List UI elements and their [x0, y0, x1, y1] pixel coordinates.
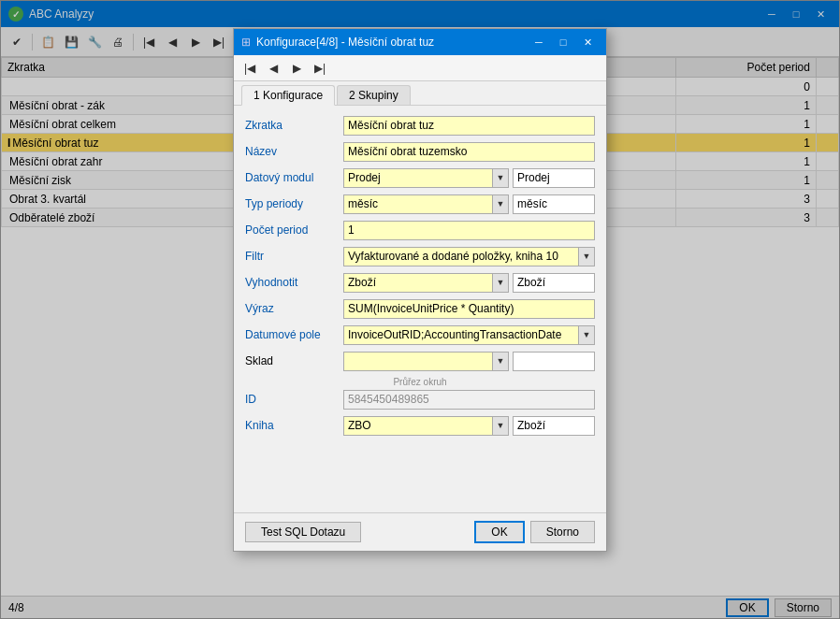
form-row-id: ID [245, 389, 595, 410]
input-kniha[interactable] [343, 416, 492, 436]
input-typ-periody[interactable] [343, 194, 492, 214]
modal-ok-button[interactable]: OK [474, 521, 524, 543]
input-datovy-modul[interactable] [343, 168, 492, 188]
field-sklad: ▼ [343, 352, 595, 371]
form-row-pocet-period: Počet period [245, 220, 595, 240]
modal-cancel-button[interactable]: Storno [530, 521, 595, 543]
modal-title: Konfigurace[4/8] - Měsíční obrat tuz [256, 36, 434, 49]
field-vyhodnotit: ▼ [343, 273, 595, 293]
form-row-nazev: Název [245, 141, 595, 162]
label-pocet-period: Počet period [245, 223, 343, 237]
label-id: ID [245, 393, 343, 406]
modal-dialog: ⊞ Konfigurace[4/8] - Měsíční obrat tuz ─… [233, 28, 607, 552]
label-nazev: Název [245, 145, 343, 158]
modal-toolbar: |◀ ◀ ▶ ▶| [234, 55, 606, 81]
field-kniha: ▼ [343, 416, 595, 436]
dropdown-kniha[interactable]: ▼ [492, 416, 509, 436]
form-row-kniha: Kniha ▼ [245, 415, 595, 436]
test-sql-button[interactable]: Test SQL Dotazu [245, 522, 361, 542]
input-datovy-modul-2[interactable] [513, 168, 595, 188]
field-id [343, 390, 595, 410]
input-kniha-2[interactable] [513, 416, 595, 436]
field-filtr: ▼ [343, 247, 595, 266]
label-datovy-modul: Datový modul [245, 171, 343, 184]
dropdown-datovy-modul[interactable]: ▼ [492, 168, 509, 188]
form-row-sklad: Sklad ▼ [245, 351, 595, 371]
modal-next-button[interactable]: ▶ [286, 58, 307, 79]
modal-overlay: ⊞ Konfigurace[4/8] - Měsíční obrat tuz ─… [0, 0, 840, 619]
label-datumove-pole: Datumové pole [245, 328, 343, 341]
input-vyraz[interactable] [343, 299, 595, 319]
label-filtr: Filtr [245, 250, 343, 263]
label-vyraz: Výraz [245, 302, 343, 315]
modal-first-button[interactable]: |◀ [239, 58, 260, 79]
modal-titlebar-controls: ─ □ ✕ [528, 33, 599, 51]
label-kniha: Kniha [245, 419, 343, 432]
separator-hint: Průřez okruh [245, 377, 595, 387]
form-row-zkratka: Zkratka [245, 115, 595, 136]
label-typ-periody: Typ periody [245, 197, 343, 210]
form-row-vyhodnotit: Vyhodnotit ▼ [245, 272, 595, 293]
field-zkratka [343, 116, 595, 136]
modal-maximize-button[interactable]: □ [552, 33, 574, 51]
field-typ-periody: ▼ [343, 194, 595, 214]
form-row-vyraz: Výraz [245, 298, 595, 319]
modal-titlebar-left: ⊞ Konfigurace[4/8] - Měsíční obrat tuz [241, 36, 434, 49]
input-sklad[interactable] [343, 352, 492, 371]
dropdown-vyhodnotit[interactable]: ▼ [492, 273, 509, 293]
modal-footer: Test SQL Dotazu OK Storno [234, 512, 606, 551]
input-vyhodnotit-2[interactable] [513, 273, 595, 293]
modal-minimize-button[interactable]: ─ [528, 33, 550, 51]
input-nazev[interactable] [343, 142, 595, 162]
dropdown-filtr[interactable]: ▼ [578, 247, 595, 266]
modal-titlebar: ⊞ Konfigurace[4/8] - Měsíční obrat tuz ─… [234, 29, 606, 55]
field-vyraz [343, 299, 595, 319]
tab-skupiny[interactable]: 2 Skupiny [337, 85, 411, 105]
modal-form-content: Zkratka Název Datový modul [234, 106, 606, 512]
modal-icon: ⊞ [241, 36, 251, 49]
modal-prev-button[interactable]: ◀ [263, 58, 283, 79]
field-datovy-modul: ▼ [343, 168, 595, 188]
main-window: ✓ ABC Analyzy ─ □ ✕ ✔ 📋 💾 🔧 🖨 |◀ ◀ ▶ ▶| … [0, 0, 840, 619]
dropdown-datumove-pole[interactable]: ▼ [578, 325, 595, 345]
form-row-typ-periody: Typ periody ▼ [245, 194, 595, 214]
modal-close-button[interactable]: ✕ [576, 33, 599, 51]
input-pocet-period[interactable] [343, 221, 595, 240]
field-nazev [343, 142, 595, 162]
form-row-datumove-pole: Datumové pole ▼ [245, 324, 595, 345]
dropdown-sklad[interactable]: ▼ [492, 352, 509, 371]
input-vyhodnotit[interactable] [343, 273, 492, 293]
input-id [343, 390, 595, 410]
dropdown-typ-periody[interactable]: ▼ [492, 194, 509, 214]
modal-tabs: 1 Konfigurace 2 Skupiny [234, 81, 606, 106]
input-sklad-2[interactable] [513, 352, 595, 371]
field-datumove-pole: ▼ [343, 325, 595, 345]
form-row-filtr: Filtr ▼ [245, 246, 595, 266]
input-zkratka[interactable] [343, 116, 595, 136]
field-pocet-period [343, 221, 595, 240]
modal-footer-buttons: OK Storno [474, 521, 595, 543]
input-filtr[interactable] [343, 247, 578, 266]
tab-konfigurace[interactable]: 1 Konfigurace [241, 85, 335, 106]
label-vyhodnotit: Vyhodnotit [245, 276, 343, 289]
input-datumove-pole[interactable] [343, 325, 578, 345]
label-zkratka: Zkratka [245, 119, 343, 132]
form-row-datovy-modul: Datový modul ▼ [245, 167, 595, 188]
input-typ-periody-2[interactable] [513, 194, 595, 214]
modal-last-button[interactable]: ▶| [310, 58, 330, 79]
label-sklad: Sklad [245, 354, 343, 367]
